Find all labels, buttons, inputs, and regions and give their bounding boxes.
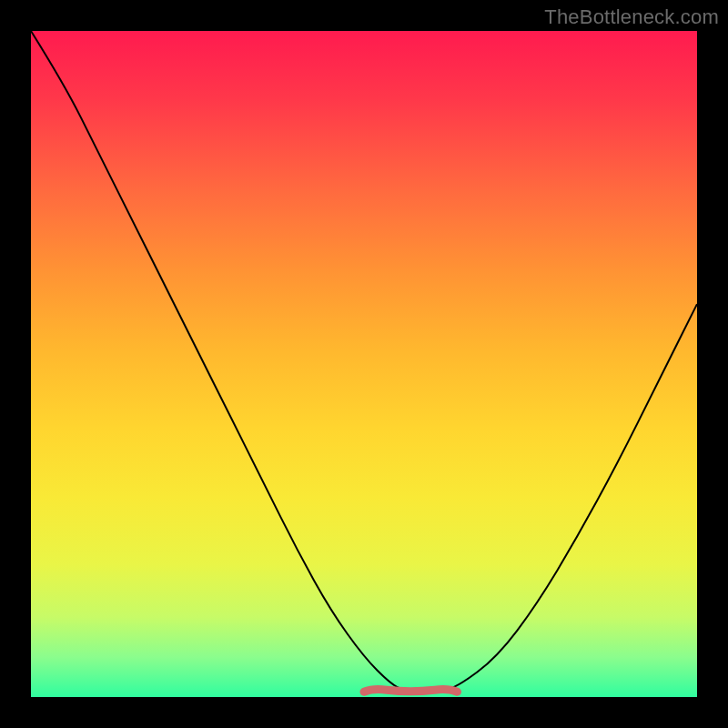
curve-svg	[31, 31, 697, 697]
flat-region-marker	[364, 690, 457, 693]
chart-frame: TheBottleneck.com	[0, 0, 728, 728]
bottleneck-curve	[31, 31, 697, 692]
watermark-text: TheBottleneck.com	[544, 5, 719, 29]
plot-area	[31, 31, 697, 697]
